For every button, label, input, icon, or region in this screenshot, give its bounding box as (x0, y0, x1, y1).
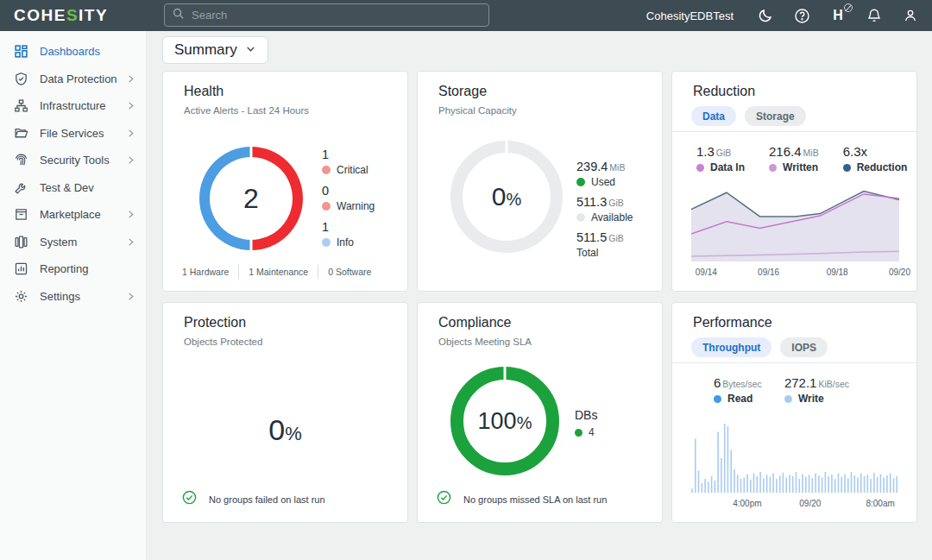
read-dot (714, 395, 721, 403)
dark-mode-moon-icon[interactable] (756, 6, 775, 25)
sidebar-item-settings[interactable]: Settings (0, 283, 146, 311)
x-tick-label: 09/18 (827, 267, 848, 277)
health-legend-critical: 1 Critical (322, 148, 368, 176)
storage-card: Storage Physical Capacity 0% 239.4MiB Us… (417, 71, 663, 292)
sidebar-item-system[interactable]: System (0, 229, 146, 256)
search-input[interactable] (192, 9, 482, 22)
card-subtitle: Physical Capacity (438, 105, 517, 116)
divider (672, 362, 916, 363)
performance-card: Performance Throughput IOPS 6Bytes/sec R… (671, 302, 917, 523)
warning-dot (322, 202, 331, 211)
reduction-area-chart (691, 189, 899, 265)
sidebar-item-reporting[interactable]: Reporting (0, 255, 146, 283)
chevron-right-icon (126, 292, 135, 301)
chevron-right-icon (126, 237, 135, 247)
shield-check-icon (13, 71, 28, 86)
reduction-tab-storage[interactable]: Storage (745, 106, 806, 126)
x-tick-label: 09/14 (696, 267, 717, 277)
performance-tab-iops[interactable]: IOPS (780, 337, 828, 357)
sidebar-item-infrastructure[interactable]: Infrastructure (0, 92, 146, 120)
chevron-down-icon (245, 41, 256, 59)
card-title: Protection (184, 315, 246, 330)
compliance-card: Compliance Objects Meeting SLA 100% DBs … (417, 302, 663, 523)
sidebar-item-label: File Services (40, 127, 126, 140)
health-total-alerts: 2 (243, 183, 259, 215)
helios-disconnected-badge (844, 3, 853, 12)
storefront-icon (13, 207, 28, 223)
chevron-right-icon (126, 155, 135, 165)
reduction-dot (843, 164, 851, 172)
reduction-stat-data-in: 1.3GiB Data In (696, 144, 745, 173)
protection-card: Protection Objects Protected 0% No group… (162, 302, 408, 523)
compliance-footer: No groups missed SLA on last run (437, 490, 607, 508)
health-card: Health Active Alerts - Last 24 Hours 2 1… (162, 71, 408, 292)
sidebar-item-label: Marketplace (40, 208, 126, 221)
reduction-stat-ratio: 6.3x Reduction (843, 144, 908, 173)
card-title: Health (184, 84, 224, 99)
chevron-right-icon (126, 101, 135, 110)
card-subtitle: Objects Protected (184, 337, 262, 347)
compliance-donut-chart: 100% (450, 367, 559, 475)
sidebar-item-marketplace[interactable]: Marketplace (0, 201, 146, 229)
user-account-icon[interactable] (901, 6, 920, 25)
x-tick-label: 09/20 (889, 267, 910, 277)
protection-percent: 0% (163, 413, 407, 447)
storage-used-percent: 0% (492, 182, 521, 211)
cohesity-logo: COHESITY (14, 6, 108, 25)
check-circle-icon (437, 490, 451, 508)
sidebar-item-label: Security Tools (40, 154, 126, 167)
sidebar-item-label: Data Protection (40, 72, 126, 85)
cluster-name: CohesityEDBTest (646, 9, 734, 22)
storage-legend-available: 511.3GiB Available (576, 195, 633, 223)
sidebar-item-label: Reporting (40, 262, 135, 275)
performance-stat-read: 6Bytes/sec Read (714, 375, 762, 405)
reduction-card: Reduction Data Storage 1.3GiB Data In 21… (671, 71, 917, 292)
sidebar-item-test-and-dev[interactable]: Test & Dev (0, 174, 146, 202)
health-footer-breakdown: 1 Hardware 1 Maintenance 0 Software (182, 265, 371, 279)
sidebar-item-label: Dashboards (40, 45, 135, 58)
card-subtitle: Objects Meeting SLA (438, 337, 532, 347)
dashboards-grid-icon (13, 44, 28, 60)
sidebar-item-file-services[interactable]: File Services (0, 120, 146, 148)
software-count: 0 Software (328, 267, 371, 277)
maintenance-count: 1 Maintenance (249, 267, 308, 277)
reduction-tab-data[interactable]: Data (691, 106, 736, 126)
global-search[interactable] (164, 3, 489, 27)
search-icon (172, 7, 185, 23)
performance-stat-write: 272.1KiB/sec Write (784, 375, 849, 405)
performance-tab-throughput[interactable]: Throughput (691, 337, 771, 357)
write-dot (784, 395, 792, 403)
compliance-percent: 100% (478, 408, 532, 435)
help-icon[interactable] (792, 6, 811, 25)
used-dot (576, 178, 585, 186)
sidebar-item-label: System (40, 236, 126, 249)
x-tick-label: 4:00pm (733, 499, 761, 508)
infrastructure-sitemap-icon (13, 98, 28, 114)
written-dot (769, 164, 777, 172)
sidebar-item-dashboards[interactable]: Dashboards (0, 38, 146, 66)
helios-status-icon[interactable]: H (828, 6, 847, 25)
divider (672, 131, 916, 132)
info-dot (322, 238, 331, 247)
card-title: Storage (438, 84, 487, 99)
dashboard-view-selector[interactable]: Summary (162, 36, 268, 64)
top-navigation-bar: COHESITY CohesityEDBTest H (0, 0, 932, 31)
storage-legend-total: 511.5GiB Total (576, 230, 624, 259)
sidebar-item-label: Test & Dev (40, 181, 135, 194)
card-subtitle: Active Alerts - Last 24 Hours (184, 105, 309, 116)
compliance-legend-dbs: DBs 4 (575, 408, 597, 438)
available-dot (576, 213, 585, 222)
chevron-right-icon (126, 210, 135, 219)
dashboard-main: Summary Health Active Alerts - Last 24 H… (147, 31, 932, 560)
sidebar-item-label: Infrastructure (40, 99, 126, 112)
wrench-icon (13, 179, 28, 195)
hardware-count: 1 Hardware (182, 267, 229, 277)
sidebar-item-label: Settings (40, 290, 126, 303)
sidebar-item-security-tools[interactable]: Security Tools (0, 147, 146, 174)
report-chart-icon (13, 261, 28, 277)
chevron-right-icon (126, 129, 135, 138)
x-tick-label: 09/20 (799, 499, 821, 508)
sidebar-item-data-protection[interactable]: Data Protection (0, 66, 146, 93)
card-title: Reduction (693, 84, 755, 99)
notifications-bell-icon[interactable] (865, 6, 884, 25)
